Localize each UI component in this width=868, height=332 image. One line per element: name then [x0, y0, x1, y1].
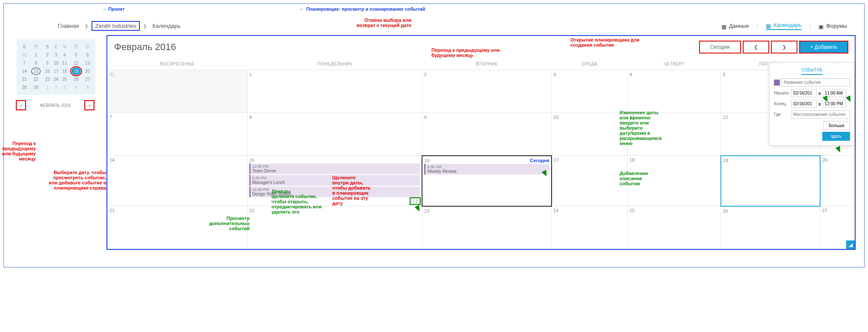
corner-badge[interactable]: ◢ — [846, 240, 855, 249]
day-cell[interactable]: 9 — [422, 113, 551, 156]
mini-day-cell[interactable]: 18 — [60, 67, 69, 75]
nav-forums[interactable]: ▣Форумы — [818, 23, 847, 29]
calendar-title: Февраль 2016 — [114, 42, 176, 53]
day-cell[interactable]: 8 — [247, 113, 422, 156]
add-event-button[interactable]: + Добавить — [800, 41, 848, 53]
bc-project[interactable]: Zenith Industries — [92, 21, 139, 31]
ann-dblclick: Дважды щелкните событие, чтобы открыть, … — [272, 189, 322, 214]
day-cell[interactable]: 25 — [628, 206, 721, 249]
mini-day-cell[interactable]: 25 — [60, 75, 69, 83]
day-cell[interactable]: 26 — [721, 206, 820, 249]
day-cell[interactable]: 23 — [422, 206, 551, 249]
event-color-swatch[interactable] — [774, 80, 780, 86]
next-month-button[interactable]: ❯ — [771, 41, 797, 53]
mini-prev-button[interactable]: ‹ — [17, 101, 25, 110]
mini-cal-month: ФЕВРАЛЬ 2016 — [40, 103, 71, 108]
nav-data[interactable]: ▦Данные — [721, 23, 749, 29]
mini-day-cell[interactable]: 24 — [52, 75, 60, 83]
mini-day-cell[interactable]: 31 — [20, 51, 29, 59]
bc-home[interactable]: Главная — [55, 22, 81, 30]
day-cell[interactable]: 20 — [820, 156, 855, 206]
location-input[interactable] — [791, 110, 850, 119]
mini-day-cell[interactable]: 29 — [29, 83, 43, 92]
mini-day-cell[interactable]: 5 — [83, 83, 92, 92]
day-cell[interactable]: 4 — [628, 70, 721, 113]
mini-day-cell[interactable]: 3 — [60, 83, 69, 92]
event-tab[interactable]: СОБЫТИЕ — [801, 68, 823, 75]
forums-icon: ▣ — [818, 24, 824, 29]
mini-day-cell[interactable]: 5 — [69, 51, 83, 59]
day-cell[interactable]: 31 — [108, 70, 248, 113]
mini-dow-cell: В — [43, 43, 52, 51]
mini-day-cell[interactable]: 19 — [69, 67, 83, 75]
chevron-right-icon: ❯ — [143, 24, 147, 28]
day-cell[interactable]: 14 — [108, 156, 248, 206]
ann-prev-next: Переход к предыдущему или будущему месяц… — [431, 47, 500, 58]
end-date-input[interactable] — [791, 100, 817, 108]
event-item[interactable]: 9:30 AMWeekly Review — [424, 164, 549, 175]
ann-project: → Проект — [102, 6, 124, 12]
day-cell[interactable]: 1 — [247, 70, 422, 113]
dow-header: ПОНЕДЕЛЬНИК — [247, 58, 422, 70]
where-label: Где — [774, 112, 789, 117]
today-button[interactable]: Сегодня — [700, 41, 741, 53]
mini-day-cell[interactable]: 2 — [43, 51, 52, 59]
mini-dow-cell: П — [29, 43, 43, 51]
mini-day-cell[interactable]: 11 — [60, 59, 69, 67]
ann-sidebar-nav: Переход к предыдущему или будущему месяц… — [2, 141, 36, 161]
mini-day-cell[interactable]: 23 — [43, 75, 52, 83]
mini-dow-cell: С — [83, 43, 92, 51]
day-cell[interactable]: 16Сегодня9:30 AMWeekly Review — [422, 156, 551, 206]
mini-next-button[interactable]: › — [85, 101, 94, 110]
mini-calendar: ВПВСЧПС 31123456789101112131415161718192… — [17, 39, 95, 95]
bc-calendar[interactable]: Календарь — [150, 22, 183, 30]
mini-day-cell[interactable]: 1 — [29, 51, 43, 59]
mini-day-cell[interactable]: 2 — [52, 83, 60, 92]
mini-day-cell[interactable]: 27 — [83, 75, 92, 83]
more-button[interactable]: Больше — [823, 121, 850, 130]
day-cell[interactable]: 17 — [552, 156, 628, 206]
at-label: в — [818, 91, 821, 96]
mini-day-cell[interactable]: 6 — [83, 51, 92, 59]
mini-day-cell[interactable]: 16 — [43, 67, 52, 75]
prev-month-button[interactable]: ❮ — [743, 41, 769, 53]
mini-day-cell[interactable]: 12 — [69, 59, 83, 67]
mini-day-cell[interactable]: 9 — [43, 59, 52, 67]
mini-day-cell[interactable]: 15 — [29, 67, 43, 75]
day-cell[interactable]: 24 — [552, 206, 628, 249]
day-cell[interactable]: 2 — [422, 70, 551, 113]
mini-day-cell[interactable]: 28 — [20, 83, 29, 92]
ann-change-dt: Изменение даты или времени: введите или … — [620, 110, 661, 146]
mini-day-cell[interactable]: 3 — [52, 51, 60, 59]
ann-open-planner: Открытие планировщика для создания событ… — [570, 37, 639, 47]
ann-more-events: Просмотр дополнительных событий — [209, 216, 250, 231]
mini-day-cell[interactable]: 14 — [20, 67, 29, 75]
mini-day-cell[interactable]: 20 — [83, 67, 92, 75]
day-cell[interactable]: 7 — [108, 113, 248, 156]
day-cell[interactable]: 19 — [721, 156, 820, 206]
day-cell[interactable]: 3 — [552, 70, 628, 113]
mini-day-cell[interactable]: 13 — [83, 59, 92, 67]
mini-day-cell[interactable]: 4 — [60, 51, 69, 59]
mini-day-cell[interactable]: 4 — [69, 83, 83, 92]
mini-day-cell[interactable]: 17 — [52, 67, 60, 75]
ann-add-desc: Добавление описания события — [620, 171, 648, 186]
mini-day-cell[interactable]: 22 — [29, 75, 43, 83]
day-cell[interactable]: 10 — [552, 113, 628, 156]
data-icon: ▦ — [721, 24, 727, 29]
mini-day-cell[interactable]: 8 — [29, 59, 43, 67]
dow-header: ВОСКРЕСЕНЬЕ — [108, 58, 248, 70]
event-item[interactable]: 12:30 PMTeam Dinner — [249, 163, 420, 174]
create-button[interactable]: здать — [822, 132, 850, 141]
event-name-input[interactable] — [782, 78, 850, 86]
nav-calendar[interactable]: ▦Календарь — [766, 22, 802, 30]
mini-day-cell[interactable]: 10 — [52, 59, 60, 67]
mini-day-cell[interactable]: 7 — [20, 59, 29, 67]
more-events-badge[interactable]: + 2 — [410, 198, 420, 204]
mini-day-cell[interactable]: 21 — [20, 75, 29, 83]
mini-cal-nav: ‹ ФЕВРАЛЬ 2016 › — [17, 101, 94, 110]
ann-planner: → Планировщик: просмотр и планирование с… — [299, 6, 425, 12]
mini-day-cell[interactable]: 1 — [43, 83, 52, 92]
mini-day-cell[interactable]: 26 — [69, 75, 83, 83]
start-date-input[interactable] — [791, 89, 817, 97]
